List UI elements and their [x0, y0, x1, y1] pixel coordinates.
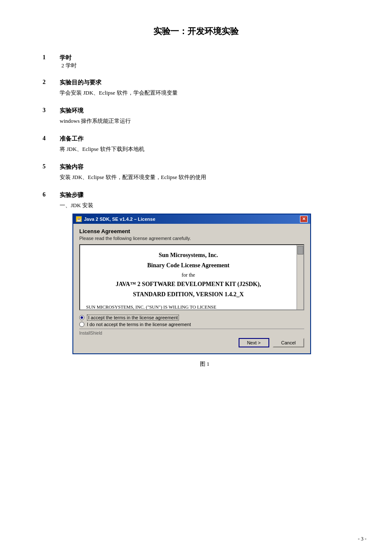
section-6-title: 实验步骤 [60, 191, 349, 199]
page: 实验一：开发环境实验 1 学时 2 学时 2 实验目的与要求 学会安装 JDK、… [0, 0, 392, 555]
section-1-body: 学时 2 学时 [60, 54, 349, 69]
license-line-6: SUN MICROSYSTEMS, INC. ("SUN") IS WILLIN… [86, 303, 291, 310]
section-2-title: 实验目的与要求 [60, 79, 349, 87]
license-line-5: STANDARD EDITION, VERSION 1.4.2_X [86, 289, 291, 300]
section-1-content: 2 学时 [60, 62, 349, 69]
figure-caption: 图 1 [60, 360, 349, 368]
dialog-title-text: Java 2 SDK, SE v1.4.2 – License [84, 217, 156, 222]
dialog-close-button[interactable]: ✕ [300, 216, 308, 223]
section-5-content: 安装 JDK、Eclipse 软件，配置环境变量，Eclipse 软件的使用 [60, 173, 349, 182]
section-6-body: 实验步骤 一、JDK 安装 ☕ Java 2 SDK, SE v1.4.2 – … [60, 191, 349, 368]
cancel-button[interactable]: Cancel [273, 338, 304, 347]
radio-accept-row: I accept the terms in the license agreem… [79, 315, 304, 321]
jdk-dialog: ☕ Java 2 SDK, SE v1.4.2 – License ✕ Lice… [72, 214, 311, 354]
license-scrollbar[interactable] [297, 245, 303, 309]
section-5-title: 实验内容 [60, 163, 349, 171]
section-4-title: 准备工作 [60, 135, 349, 143]
dialog-section-title: License Agreement [79, 228, 304, 234]
section-2: 2 实验目的与要求 学会安装 JDK、Eclipse 软件，学会配置环境变量 [43, 79, 349, 98]
page-title: 实验一：开发环境实验 [43, 26, 349, 37]
section-num-6: 6 [43, 191, 55, 198]
dialog-subtitle: Please read the following license agreem… [79, 236, 304, 241]
section-5: 5 实验内容 安装 JDK、Eclipse 软件，配置环境变量，Eclipse … [43, 163, 349, 182]
dialog-titlebar: ☕ Java 2 SDK, SE v1.4.2 – License ✕ [73, 214, 310, 224]
section-1: 1 学时 2 学时 [43, 54, 349, 69]
section-num-3: 3 [43, 107, 55, 114]
radio-decline-row: I do not accept the terms in the license… [79, 322, 304, 327]
page-number: - 3 - [358, 536, 366, 542]
next-button[interactable]: Next > [239, 338, 269, 347]
radio-accept-label: I accept the terms in the license agreem… [87, 315, 179, 321]
dialog-footer: Next > Cancel [79, 338, 304, 351]
installshield-bar: InstallShield [79, 329, 304, 335]
section-4-content: 将 JDK、Eclipse 软件下载到本地机 [60, 145, 349, 154]
dialog-title-icon: ☕ [76, 216, 82, 222]
scroll-thumb [297, 246, 303, 254]
license-line-4: JAVA™ 2 SOFTWARE DEVELOPMENT KIT (J2SDK)… [86, 279, 291, 289]
section-3-body: 实验环境 windows 操作系统能正常运行 [60, 107, 349, 126]
screenshot-area: ☕ Java 2 SDK, SE v1.4.2 – License ✕ Lice… [72, 214, 349, 354]
license-line-3: for the [86, 271, 291, 279]
section-3: 3 实验环境 windows 操作系统能正常运行 [43, 107, 349, 126]
section-6-content: 一、JDK 安装 [60, 201, 349, 210]
section-num-2: 2 [43, 79, 55, 86]
dialog-titlebar-left: ☕ Java 2 SDK, SE v1.4.2 – License [76, 216, 156, 222]
section-num-1: 1 [43, 54, 55, 61]
section-6: 6 实验步骤 一、JDK 安装 ☕ Java 2 SDK, SE v1.4.2 … [43, 191, 349, 368]
radio-decline-button[interactable] [79, 322, 84, 327]
radio-decline-label: I do not accept the terms in the license… [87, 322, 191, 327]
section-num-5: 5 [43, 163, 55, 170]
section-3-title: 实验环境 [60, 107, 349, 115]
dialog-body: License Agreement Please read the follow… [73, 224, 310, 353]
installshield-label: InstallShield [79, 331, 102, 335]
license-text-box: Sun Microsystems, Inc. Binary Code Licen… [79, 244, 304, 310]
section-num-4: 4 [43, 135, 55, 142]
license-line-1: Sun Microsystems, Inc. [86, 250, 291, 260]
section-3-content: windows 操作系统能正常运行 [60, 116, 349, 126]
section-4: 4 准备工作 将 JDK、Eclipse 软件下载到本地机 [43, 135, 349, 154]
license-content: Sun Microsystems, Inc. Binary Code Licen… [86, 250, 297, 310]
radio-accept-button[interactable] [79, 315, 84, 320]
license-line-2: Binary Code License Agreement [86, 260, 291, 271]
section-2-body: 实验目的与要求 学会安装 JDK、Eclipse 软件，学会配置环境变量 [60, 79, 349, 98]
section-1-title: 学时 [60, 54, 349, 62]
section-4-body: 准备工作 将 JDK、Eclipse 软件下载到本地机 [60, 135, 349, 154]
section-5-body: 实验内容 安装 JDK、Eclipse 软件，配置环境变量，Eclipse 软件… [60, 163, 349, 182]
section-2-content: 学会安装 JDK、Eclipse 软件，学会配置环境变量 [60, 88, 349, 98]
